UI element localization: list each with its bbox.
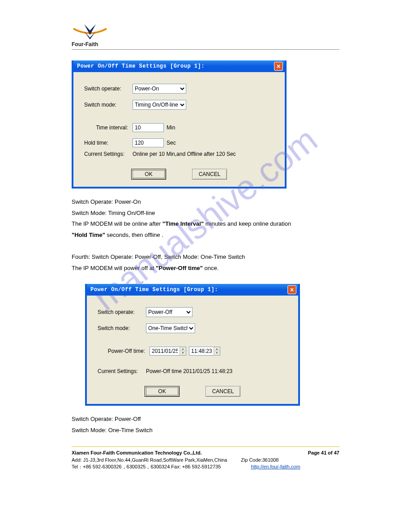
spin-down-icon[interactable]: ▼	[180, 351, 186, 355]
select-switch-mode[interactable]: One-Time Switch	[146, 323, 195, 333]
label-time-interval: Time interval:	[84, 124, 133, 131]
spin-down-icon[interactable]: ▼	[214, 351, 220, 355]
date-spinner[interactable]: ▲▼	[150, 347, 186, 356]
label-hold-time: Hold time:	[84, 140, 133, 146]
footer-addr: Add: J1-J3,3rd Floor,No.44,GuanRi Road,S…	[72, 457, 227, 463]
select-switch-operate[interactable]: Power-On	[133, 84, 186, 94]
label-switch-mode: Switch mode:	[98, 325, 146, 331]
label-switch-operate: Switch operate:	[98, 309, 146, 315]
logo-block: Four-Faith	[72, 22, 339, 47]
body-text-block-1: Switch Operate: Power-On Switch Mode: Ti…	[72, 197, 339, 274]
unit-sec: Sec	[167, 140, 176, 146]
label-power-off-time: Power-Off time:	[98, 348, 150, 354]
cancel-button[interactable]: CANCEL	[192, 169, 227, 180]
ok-button[interactable]: OK	[131, 169, 166, 180]
close-icon: ×	[290, 287, 294, 293]
footer: Xiamen Four-Faith Communication Technolo…	[72, 450, 339, 470]
header-divider	[72, 49, 339, 50]
spin-up-icon[interactable]: ▲	[214, 347, 220, 352]
dialog-power-settings-2: Power On/Off Time Settings [Group 1]: × …	[85, 284, 300, 406]
titlebar: Power On/Off Time Settings [Group 1]: ×	[87, 284, 298, 296]
logo-text: Four-Faith	[72, 41, 108, 47]
input-hold-time[interactable]	[133, 138, 164, 147]
close-button[interactable]: ×	[287, 285, 296, 294]
close-button[interactable]: ×	[274, 62, 283, 71]
label-current-settings: Current Settings:	[98, 368, 146, 374]
select-switch-mode[interactable]: Timing On/Off-line	[133, 100, 186, 110]
titlebar-text: Power On/Off Time Settings [Group 1]:	[77, 63, 274, 69]
spin-up-icon[interactable]: ▲	[180, 347, 186, 352]
footer-page: Page 41 of 47	[308, 450, 339, 456]
four-faith-logo-icon	[72, 22, 108, 40]
dialog-power-settings-1: Power On/Off Time Settings [Group 1]: × …	[72, 60, 287, 189]
time-spinner[interactable]: ▲▼	[189, 347, 220, 356]
footer-company: Xiamen Four-Faith Communication Technolo…	[72, 450, 202, 456]
footer-divider	[72, 446, 339, 447]
close-icon: ×	[277, 63, 280, 69]
ok-button[interactable]: OK	[145, 386, 180, 397]
input-power-off-date[interactable]	[150, 347, 180, 355]
titlebar-text: Power On/Off Time Settings [Group 1]:	[90, 287, 287, 293]
value-current-settings: Online per 10 Min,and Offline after 120 …	[133, 151, 236, 157]
label-switch-mode: Switch mode:	[84, 102, 133, 108]
titlebar: Power On/Off Time Settings [Group 1]: ×	[73, 60, 285, 72]
body-text-block-2: Switch Operate: Power-Off Switch Mode: O…	[72, 414, 339, 436]
label-current-settings: Current Settings:	[84, 151, 133, 157]
footer-zip: Zip Code:361008	[241, 457, 278, 463]
footer-url[interactable]: http://en.four-faith.com	[251, 464, 300, 469]
cancel-button[interactable]: CANCEL	[206, 386, 240, 397]
value-current-settings: Power-Off time 2011/01/25 11:48:23	[146, 368, 232, 374]
footer-tel: Tel：+86 592-6300326，6300325，6300324 Fax:…	[72, 464, 221, 469]
input-time-interval[interactable]	[133, 123, 164, 132]
unit-min: Min	[167, 124, 175, 131]
label-switch-operate: Switch operate:	[84, 86, 133, 92]
select-switch-operate[interactable]: Power-Off	[146, 307, 193, 317]
input-power-off-time[interactable]	[189, 347, 214, 355]
